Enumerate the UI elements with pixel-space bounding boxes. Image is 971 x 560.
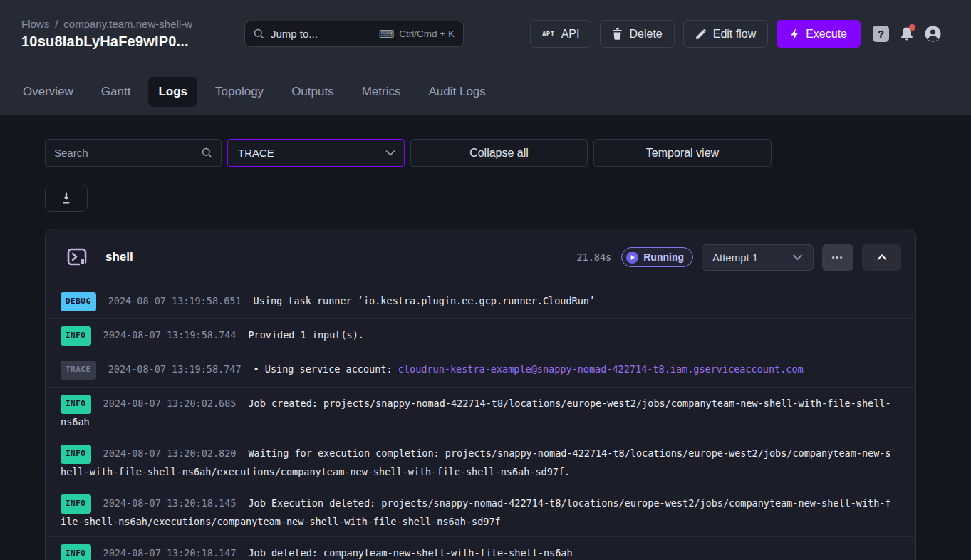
log-level-badge: INFO [61, 445, 91, 464]
log-search-box [45, 139, 222, 167]
download-logs-button[interactable] [45, 185, 88, 212]
log-level-badge: DEBUG [61, 292, 96, 311]
chevron-down-icon [792, 254, 803, 261]
execute-button[interactable]: Execute [777, 20, 861, 48]
tab-outputs[interactable]: Outputs [281, 77, 344, 107]
log-filter-toolbar: TRACE Collapse all Temporal view [45, 139, 971, 167]
log-timestamp: 2024-08-07 13:19:58.747 [108, 363, 242, 375]
log-level-badge: INFO [61, 395, 91, 414]
header-icon-cluster: ? [873, 26, 941, 42]
kestra-execution-page: Flows / company.team.new-shell-w 10su8Ia… [0, 0, 971, 560]
tab-audit-logs[interactable]: Audit Logs [418, 77, 495, 107]
api-icon: API [542, 31, 555, 38]
header-actions: API API Delete Edit flow [530, 20, 941, 48]
log-timestamp: 2024-08-07 13:19:58.651 [108, 295, 242, 306]
log-message: Provided 1 input(s). [248, 329, 364, 341]
page-title: 10su8IabLyHaFe9wIP0... [21, 33, 244, 50]
tab-overview[interactable]: Overview [13, 77, 83, 107]
breadcrumb-flow-id-link[interactable]: company.team.new-shell-w [63, 18, 192, 30]
pencil-icon [695, 28, 707, 40]
chevron-up-icon [877, 254, 887, 261]
log-row: INFO2024-08-07 13:20:18.147Job deleted: … [46, 536, 915, 560]
log-search-input[interactable] [54, 147, 202, 159]
logs-panel: TRACE Collapse all Temporal view [0, 139, 971, 560]
text-cursor [237, 147, 237, 159]
jump-to-placeholder: Jump to... [271, 28, 318, 40]
breadcrumb: Flows / company.team.new-shell-w [21, 18, 244, 30]
notification-dot [909, 24, 915, 31]
log-message: Using task runner ‘io.kestra.plugin.ee.g… [254, 295, 596, 306]
task-duration: 21.84s [576, 252, 611, 263]
log-level-badge: INFO [61, 326, 91, 346]
keyboard-shortcut: ⌨ Ctrl/Cmd + K [379, 28, 455, 39]
task-card-header: shell 21.84s Running Attempt 1 [46, 229, 915, 285]
help-icon[interactable]: ? [873, 26, 889, 42]
log-message: Job deleted: companyteam-new-shell-with-… [248, 547, 572, 559]
log-row: INFO2024-08-07 13:20:02.820Waiting for e… [46, 437, 915, 487]
jump-to-search[interactable]: Jump to... ⌨ Ctrl/Cmd + K [244, 21, 464, 47]
task-header-controls: 21.84s Running Attempt 1 [576, 244, 901, 271]
task-log-card: shell 21.84s Running Attempt 1 [45, 229, 916, 560]
status-badge: Running [621, 247, 693, 267]
log-list: DEBUG2024-08-07 13:19:58.651Using task r… [46, 285, 915, 560]
attempt-select[interactable]: Attempt 1 [702, 244, 814, 271]
log-timestamp: 2024-08-07 13:20:02.685 [103, 398, 237, 409]
temporal-view-button[interactable]: Temporal view [593, 139, 772, 167]
search-icon [254, 28, 264, 39]
log-level-value: TRACE [238, 147, 274, 159]
log-message: • Using service account: cloudrun-kestra… [254, 363, 804, 375]
notifications-button[interactable] [900, 26, 914, 41]
breadcrumb-separator: / [55, 18, 58, 30]
user-avatar[interactable] [925, 26, 941, 42]
search-icon [202, 147, 212, 158]
log-timestamp: 2024-08-07 13:20:18.145 [103, 497, 237, 509]
shell-task-icon [65, 244, 90, 270]
keyboard-icon: ⌨ [379, 28, 395, 39]
more-options-button[interactable]: ••• [822, 244, 853, 271]
play-circle-icon [626, 252, 638, 264]
delete-button[interactable]: Delete [600, 20, 674, 48]
breadcrumb-flows-link[interactable]: Flows [21, 18, 49, 30]
log-timestamp: 2024-08-07 13:20:18.147 [103, 547, 237, 559]
top-header: Flows / company.team.new-shell-w 10su8Ia… [0, 0, 971, 68]
log-level-badge: INFO [61, 544, 91, 560]
execution-tabs: OverviewGanttLogsTopologyOutputsMetricsA… [0, 68, 971, 115]
log-level-badge: TRACE [61, 361, 96, 380]
collapse-all-button[interactable]: Collapse all [410, 139, 588, 167]
log-timestamp: 2024-08-07 13:19:58.744 [103, 329, 237, 341]
service-account-link[interactable]: cloudrun-kestra-example@snappy-nomad-422… [398, 363, 804, 375]
log-row: INFO2024-08-07 13:20:18.145Job Execution… [46, 487, 915, 536]
api-button[interactable]: API API [530, 20, 592, 48]
log-timestamp: 2024-08-07 13:20:02.820 [103, 447, 237, 459]
tab-metrics[interactable]: Metrics [352, 77, 411, 107]
log-level-select[interactable]: TRACE [227, 139, 405, 167]
task-name: shell [105, 250, 133, 264]
download-icon [61, 192, 72, 204]
log-row: TRACE2024-08-07 13:19:58.747• Using serv… [46, 353, 915, 387]
tab-logs[interactable]: Logs [148, 77, 197, 107]
log-row: INFO2024-08-07 13:19:58.744Provided 1 in… [46, 318, 915, 353]
tab-topology[interactable]: Topology [205, 77, 274, 107]
header-title-block: Flows / company.team.new-shell-w 10su8Ia… [21, 18, 244, 50]
edit-flow-button[interactable]: Edit flow [683, 20, 768, 48]
log-row: DEBUG2024-08-07 13:19:58.651Using task r… [46, 285, 915, 318]
log-level-badge: INFO [61, 494, 91, 514]
user-icon [925, 26, 941, 42]
lightning-icon [790, 28, 799, 41]
tab-gantt[interactable]: Gantt [91, 77, 141, 107]
log-row: INFO2024-08-07 13:20:02.685Job created: … [46, 387, 915, 437]
collapse-card-button[interactable] [862, 244, 901, 271]
chevron-down-icon [385, 150, 395, 156]
trash-icon [612, 28, 623, 40]
